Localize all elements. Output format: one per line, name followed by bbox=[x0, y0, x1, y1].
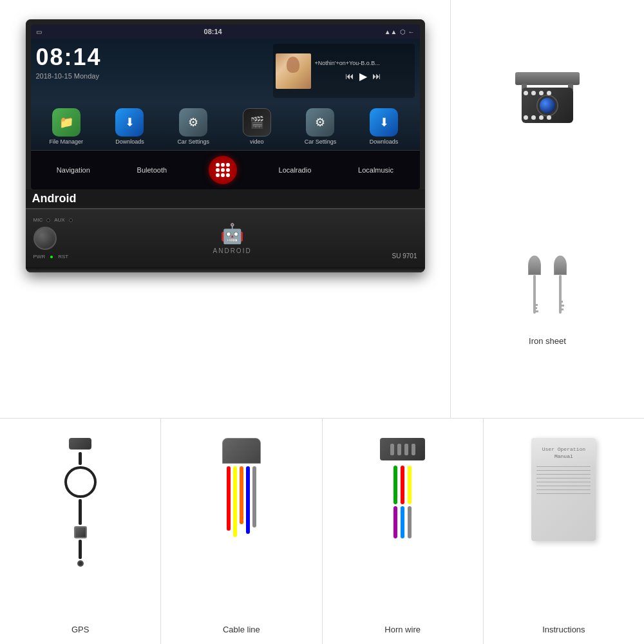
led-grid-top bbox=[524, 91, 552, 95]
svg-rect-3 bbox=[533, 304, 538, 306]
instructions-visual: User Operation Manual bbox=[531, 438, 596, 541]
back-icon[interactable]: ← bbox=[408, 28, 415, 35]
gps-visual bbox=[64, 438, 97, 567]
wifi-icon: ⬡ bbox=[400, 28, 406, 35]
next-button[interactable]: ⏭ bbox=[372, 71, 381, 81]
folder-icon: 📁 bbox=[59, 115, 73, 129]
download-icon: ⬇ bbox=[125, 115, 135, 129]
file-manager-label: File Manager bbox=[50, 138, 84, 145]
cable-line-item: Cable line bbox=[161, 419, 322, 644]
mic-label: MIC bbox=[33, 217, 43, 223]
camera-visual bbox=[509, 72, 586, 130]
prev-button[interactable]: ⏮ bbox=[345, 71, 354, 81]
horn-pin2 bbox=[397, 444, 401, 455]
pwr-label: PWR bbox=[33, 254, 46, 260]
gps-plug bbox=[77, 560, 84, 567]
iron-keys bbox=[528, 249, 567, 327]
camera-item bbox=[509, 72, 586, 130]
gps-item: GPS bbox=[0, 419, 161, 644]
wire-green bbox=[393, 466, 397, 504]
svg-rect-5 bbox=[559, 308, 564, 310]
horn-wire-item: Horn wire bbox=[323, 419, 484, 644]
horn-pin1 bbox=[390, 444, 394, 455]
play-button[interactable]: ▶ bbox=[359, 70, 367, 82]
status-right: ▲▲ ⬡ ← bbox=[384, 28, 415, 35]
album-art-img bbox=[276, 53, 311, 89]
inst-line2 bbox=[536, 470, 591, 471]
volume-knob[interactable] bbox=[33, 227, 57, 250]
rst-label: RST bbox=[58, 254, 68, 260]
nav-localmusic[interactable]: Localmusic bbox=[353, 164, 399, 176]
app-icon-car-settings[interactable]: ⚙ Car Settings bbox=[169, 108, 218, 145]
wire-gray2 bbox=[408, 506, 412, 538]
wire-red2 bbox=[401, 466, 404, 504]
svg-rect-4 bbox=[559, 275, 562, 314]
dot3 bbox=[226, 163, 230, 167]
home-button[interactable] bbox=[209, 156, 237, 184]
downloads2-label: Downloads bbox=[370, 138, 399, 145]
music-section[interactable]: +Nothin'+on+You-B.o.B... ⏮ ▶ ⏭ bbox=[273, 44, 415, 98]
camera-lens bbox=[538, 96, 557, 115]
led6 bbox=[531, 115, 536, 120]
app-icon-downloads[interactable]: ⬇ Downloads bbox=[106, 108, 154, 145]
model-number: SU 9701 bbox=[392, 252, 417, 260]
gps-antenna-shaft bbox=[79, 452, 82, 465]
nav-dots bbox=[216, 163, 230, 177]
radio-bottom bbox=[26, 267, 425, 272]
key-1-head bbox=[528, 256, 541, 275]
nav-bluetooth[interactable]: Buletooth bbox=[132, 164, 172, 176]
app-grid: 📁 File Manager ⬇ Downloads bbox=[31, 103, 420, 150]
radio-body: MIC AUX PWR RST 🤖 bbox=[26, 208, 425, 267]
play-icon: 🎬 bbox=[250, 115, 264, 129]
top-section: ▭ 08:14 ▲▲ ⬡ ← 08:14 bbox=[0, 0, 644, 419]
settings-gear-icon: ⚙ bbox=[188, 115, 198, 129]
status-bar-time: 08:14 bbox=[204, 28, 222, 35]
inst-line4 bbox=[536, 478, 591, 478]
nav-localradio[interactable]: Localradio bbox=[274, 164, 317, 176]
cable-line-label: Cable line bbox=[223, 625, 260, 634]
status-bar: ▭ 08:14 ▲▲ ⬡ ← bbox=[31, 24, 420, 39]
navigation-bar: Navigation Buletooth bbox=[31, 150, 420, 189]
led1 bbox=[524, 91, 528, 95]
app-icon-video[interactable]: 🎬 video bbox=[232, 108, 281, 145]
app-icon-downloads2[interactable]: ⬇ Downloads bbox=[360, 108, 408, 145]
signal-icon: ▲▲ bbox=[384, 28, 397, 35]
led-grid-bottom bbox=[524, 115, 552, 120]
music-title: +Nothin'+on+You-B.o.B... bbox=[315, 60, 412, 66]
android-text: ANDROID bbox=[213, 247, 252, 254]
dot7 bbox=[216, 173, 220, 177]
gps-label: GPS bbox=[71, 625, 89, 634]
dot1 bbox=[216, 163, 220, 167]
led5 bbox=[524, 115, 528, 120]
horn-visual bbox=[380, 438, 425, 538]
app-icon-car-settings2[interactable]: ⚙ Car Settings bbox=[296, 108, 345, 145]
horn-wires bbox=[393, 466, 412, 538]
aux-port bbox=[69, 218, 73, 222]
pwr-led bbox=[50, 256, 53, 258]
horn-pin4 bbox=[412, 444, 415, 455]
clock-time: 08:14 bbox=[36, 44, 268, 71]
video-label: video bbox=[250, 138, 264, 145]
settings2-gear-icon: ⚙ bbox=[315, 115, 325, 129]
downloads-label: Downloads bbox=[115, 138, 144, 145]
bottom-section: GPS Cable line bbox=[0, 419, 644, 644]
key-2-shaft bbox=[556, 275, 564, 327]
car-settings2-icon: ⚙ bbox=[306, 108, 334, 137]
wire-red bbox=[227, 466, 231, 531]
svg-rect-2 bbox=[533, 307, 537, 309]
instructions-label: Instructions bbox=[542, 625, 585, 634]
main-container: ▭ 08:14 ▲▲ ⬡ ← 08:14 bbox=[0, 0, 644, 644]
file-manager-icon: 📁 bbox=[52, 108, 80, 137]
downloads-icon: ⬇ bbox=[115, 108, 144, 137]
horn-connector bbox=[380, 438, 425, 460]
screen-housing: ▭ 08:14 ▲▲ ⬡ ← 08:14 bbox=[26, 19, 425, 189]
led7 bbox=[539, 115, 544, 120]
app-icon-file-manager[interactable]: 📁 File Manager bbox=[42, 108, 90, 145]
led8 bbox=[547, 115, 551, 120]
cable-visual bbox=[222, 438, 261, 537]
dot4 bbox=[216, 168, 220, 172]
wire-blue bbox=[246, 466, 250, 534]
wire-yellow bbox=[233, 466, 237, 537]
led2 bbox=[531, 91, 536, 95]
nav-navigation[interactable]: Navigation bbox=[52, 164, 95, 176]
